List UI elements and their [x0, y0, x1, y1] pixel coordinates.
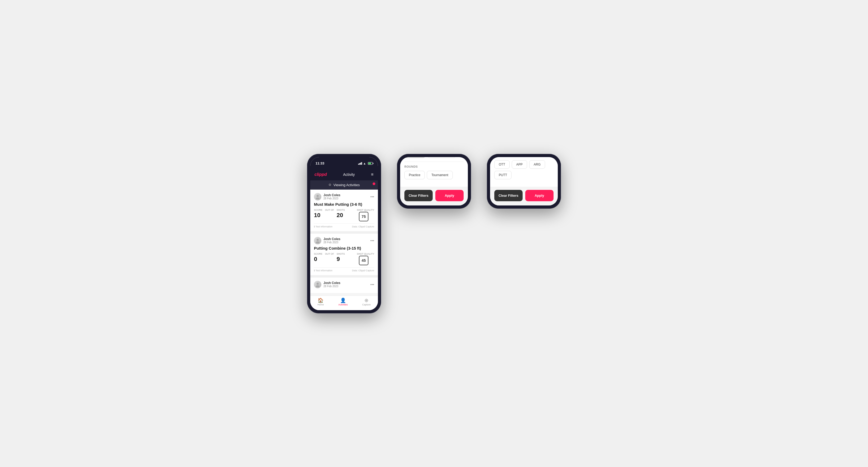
- shots-label-2: Shots: [337, 253, 345, 255]
- status-icons-1: ▲: [358, 162, 373, 165]
- svg-point-3: [316, 242, 319, 243]
- user-details-2: Josh Coles 28 Feb 2023: [323, 237, 340, 244]
- more-icon-1[interactable]: •••: [370, 195, 374, 199]
- user-info-2: Josh Coles 28 Feb 2023: [314, 237, 340, 244]
- user-date-2: 28 Feb 2023: [323, 241, 340, 244]
- home-label-1: Home: [317, 303, 324, 306]
- card-title-2: Putting Combine (3-15 ft): [314, 246, 374, 250]
- svg-point-0: [317, 195, 319, 197]
- separator-1: [310, 231, 378, 234]
- phone-3-screen: 11:33 ▲ clippd Activity: [490, 157, 558, 206]
- viewing-text-1: Viewing Activities: [334, 183, 360, 187]
- menu-icon-1[interactable]: ≡: [371, 172, 374, 177]
- clear-filters-btn-2[interactable]: Clear Filters: [404, 190, 433, 201]
- rounds-buttons-2: Practice Tournament: [404, 171, 464, 179]
- battery-icon-1: [368, 162, 373, 165]
- user-name-1: Josh Coles: [323, 193, 340, 197]
- out-of-2: OUT OF: [325, 253, 334, 255]
- notch-1: [332, 157, 356, 163]
- user-details-1: Josh Coles 28 Feb 2023: [323, 193, 340, 200]
- ott-btn-3[interactable]: OTT: [494, 160, 509, 169]
- filter-body-2: Show Rounds Practice Drills Rounds Pract…: [400, 157, 468, 187]
- user-info-1: Josh Coles 28 Feb 2023: [314, 193, 340, 200]
- phones-container: 11:33 ▲ clippd Activity: [307, 154, 561, 313]
- capture-label-1: Capture: [362, 303, 371, 306]
- card-footer-2: ℹ Test Information Data: Clippd Capture: [314, 267, 374, 272]
- signal-icon-1: [358, 162, 362, 165]
- apply-btn-2[interactable]: Apply: [435, 190, 464, 201]
- apply-btn-3[interactable]: Apply: [525, 190, 554, 201]
- nav-home-1[interactable]: 🏠 Home: [317, 298, 324, 306]
- nav-capture-1[interactable]: ⊕ Capture: [362, 298, 371, 306]
- shot-quality-label-2: Shot Quality: [357, 253, 374, 255]
- shots-label-1: Shots: [337, 209, 345, 211]
- info-text-1: ℹ Test Information: [314, 225, 333, 228]
- activity-card-3[interactable]: Josh Coles 28 Feb 2023 •••: [310, 278, 378, 293]
- phone-2-screen: 11:33 ▲ clippd Activity: [400, 157, 468, 206]
- card-header-1: Josh Coles 28 Feb 2023 •••: [314, 193, 374, 200]
- home-icon-1: 🏠: [318, 298, 323, 303]
- shot-quality-label-1: Shot Quality: [357, 209, 374, 211]
- drills-label-3: Practice Drills: [494, 157, 554, 158]
- app-btn-3[interactable]: APP: [512, 160, 527, 169]
- viewing-bar-1[interactable]: ⚙ Viewing Activities: [310, 180, 378, 190]
- avatar-1: [314, 193, 321, 200]
- activities-icon-1: 👤: [340, 298, 346, 303]
- card-header-3: Josh Coles 28 Feb 2023 •••: [314, 281, 374, 288]
- logo-1: clippd: [314, 172, 327, 177]
- phone-2: 11:33 ▲ clippd Activity: [397, 154, 471, 209]
- score-value-2: 0: [314, 256, 322, 262]
- score-label-2: Score: [314, 253, 322, 255]
- activity-card-1[interactable]: Josh Coles 28 Feb 2023 ••• Must Make Put…: [310, 190, 378, 231]
- practice-btn-2[interactable]: Practice: [404, 171, 425, 179]
- info-text-2: ℹ Test Information: [314, 269, 333, 272]
- svg-point-1: [316, 197, 319, 199]
- phone-3: 11:33 ▲ clippd Activity: [487, 154, 561, 209]
- data-text-1: Data: Clippd Capture: [352, 225, 374, 228]
- shots-group-2: Shots 9: [337, 253, 345, 262]
- svg-point-2: [317, 239, 319, 241]
- shots-group-1: Shots 20: [337, 209, 345, 219]
- user-name-2: Josh Coles: [323, 237, 340, 241]
- more-icon-2[interactable]: •••: [370, 239, 374, 243]
- filter-footer-2: Clear Filters Apply: [400, 187, 468, 201]
- shots-value-2: 9: [337, 256, 345, 262]
- svg-point-5: [316, 285, 319, 287]
- filter-modal-3: Filter ✕ Show Rounds Practice Drills Pra…: [490, 157, 558, 206]
- activity-card-2[interactable]: Josh Coles 28 Feb 2023 ••• Putting Combi…: [310, 234, 378, 275]
- viewing-dot-1: [373, 183, 375, 185]
- shot-quality-group-2: Shot Quality 45: [357, 253, 374, 265]
- user-info-3: Josh Coles 28 Feb 2023: [314, 281, 340, 288]
- phone-1-screen: 11:33 ▲ clippd Activity: [310, 157, 378, 310]
- filter-icon-1: ⚙: [329, 183, 331, 187]
- score-group-1: Score 10: [314, 209, 322, 219]
- user-date-1: 28 Feb 2023: [323, 197, 340, 200]
- arg-btn-3[interactable]: ARG: [529, 160, 545, 169]
- avatar-2: [314, 237, 321, 244]
- shot-quality-value-1: 75: [359, 212, 368, 221]
- user-details-3: Josh Coles 28 Feb 2023: [323, 281, 340, 288]
- user-name-3: Josh Coles: [323, 281, 340, 285]
- nav-activities-1[interactable]: 👤 Activities: [338, 298, 348, 306]
- filter-body-3: Show Rounds Practice Drills Practice Dri…: [490, 157, 558, 187]
- out-of-1: OUT OF: [325, 209, 334, 211]
- wifi-icon-1: ▲: [363, 162, 366, 165]
- bottom-nav-1: 🏠 Home 👤 Activities ⊕ Capture: [310, 295, 378, 310]
- more-icon-3[interactable]: •••: [370, 282, 374, 287]
- score-group-2: Score 0: [314, 253, 322, 262]
- card-stats-1: Score 10 OUT OF Shots 20 Shot Quality 75: [314, 209, 374, 221]
- filter-modal-2: Filter ✕ Show Rounds Practice Drills Rou…: [400, 157, 468, 206]
- svg-point-4: [317, 283, 319, 285]
- clear-filters-btn-3[interactable]: Clear Filters: [494, 190, 523, 201]
- card-title-1: Must Make Putting (3-6 ft): [314, 202, 374, 207]
- score-label-1: Score: [314, 209, 322, 211]
- avatar-3: [314, 281, 321, 288]
- putt-btn-3[interactable]: PUTT: [494, 171, 512, 179]
- shot-quality-group-1: Shot Quality 75: [357, 209, 374, 221]
- show-rounds-btn-2[interactable]: Rounds: [404, 157, 425, 158]
- show-drills-btn-2[interactable]: Practice Drills: [427, 157, 456, 158]
- tournament-btn-2[interactable]: Tournament: [427, 171, 453, 179]
- nav-title-1: Activity: [343, 173, 355, 177]
- card-stats-2: Score 0 OUT OF Shots 9 Shot Quality 45: [314, 253, 374, 265]
- card-footer-1: ℹ Test Information Data: Clippd Capture: [314, 223, 374, 228]
